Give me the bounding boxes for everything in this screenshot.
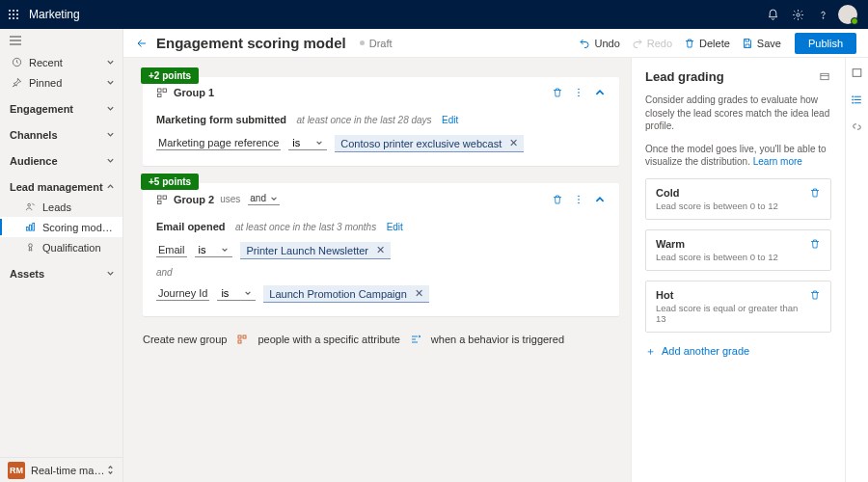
svg-rect-28	[158, 201, 162, 203]
nav-section-channels[interactable]: Channels	[0, 124, 122, 145]
rule-subtitle: at least once in the last 28 days	[297, 115, 432, 125]
nav-scoring-models[interactable]: Scoring models	[0, 217, 122, 237]
group-collapse-button[interactable]	[594, 194, 606, 205]
svg-point-8	[16, 17, 18, 19]
grade-delete-icon[interactable]	[809, 289, 821, 324]
settings-gear-icon[interactable]	[785, 0, 810, 29]
group-uses-label: uses	[220, 194, 240, 204]
help-icon[interactable]	[810, 0, 835, 29]
nav-section-engagement[interactable]: Engagement	[0, 98, 122, 119]
svg-point-0	[9, 10, 11, 12]
rule-title: Email opened	[156, 221, 226, 232]
group-icon	[156, 87, 168, 98]
publish-button[interactable]: Publish	[795, 33, 856, 54]
group-delete-button[interactable]	[552, 194, 563, 205]
area-badge: RM	[8, 462, 25, 479]
chevron-down-icon	[106, 58, 115, 67]
app-name: Marketing	[29, 8, 80, 21]
chip-remove-icon[interactable]: ✕	[509, 137, 518, 149]
left-navigation: Recent Pinned Engagement Channels Audien…	[0, 29, 123, 482]
condition-field[interactable]: Journey Id	[156, 287, 209, 301]
rule-edit-link[interactable]: Edit	[442, 115, 458, 125]
user-avatar[interactable]	[835, 0, 860, 29]
save-button[interactable]: Save	[742, 38, 781, 49]
nav-qualification[interactable]: Qualification	[0, 237, 122, 257]
group-overflow-button[interactable]	[573, 87, 584, 98]
trash-icon	[684, 38, 695, 49]
delete-button[interactable]: Delete	[684, 38, 730, 49]
chip-remove-icon[interactable]: ✕	[376, 244, 385, 256]
condition-operator[interactable]: is	[288, 137, 327, 150]
undo-button[interactable]: Undo	[579, 38, 619, 49]
svg-rect-35	[821, 73, 828, 79]
undo-icon	[579, 38, 590, 49]
group-combine-operator[interactable]: and	[248, 193, 280, 205]
redo-button[interactable]: Redo	[632, 38, 672, 49]
svg-rect-33	[243, 335, 246, 338]
grade-title: Cold	[656, 187, 809, 199]
and-separator: and	[156, 267, 606, 278]
condition-field[interactable]: Marketing page reference	[156, 137, 281, 150]
redo-icon	[632, 38, 643, 49]
rule-edit-link[interactable]: Edit	[387, 222, 403, 232]
condition-field[interactable]: Email	[156, 244, 187, 257]
grade-delete-icon[interactable]	[809, 187, 821, 211]
scoring-group: +2 points Group 1 Marketing form submitt…	[143, 77, 619, 166]
grade-card[interactable]: HotLead score is equal or greater than 1…	[645, 281, 831, 333]
grade-card[interactable]: WarmLead score is between 0 to 12	[645, 229, 831, 271]
chevron-up-icon	[106, 182, 115, 191]
svg-rect-20	[158, 89, 162, 93]
command-bar: Engagement scoring model Draft Undo Redo…	[123, 29, 868, 58]
app-launcher-icon[interactable]	[8, 9, 19, 20]
svg-point-6	[9, 17, 11, 19]
chevron-down-icon	[106, 269, 115, 278]
svg-point-15	[27, 203, 30, 206]
svg-rect-37	[853, 68, 861, 76]
nav-section-assets[interactable]: Assets	[0, 263, 122, 283]
page-title: Engagement scoring model	[156, 35, 346, 51]
group-delete-button[interactable]	[552, 87, 563, 98]
add-grade-button[interactable]: ＋Add another grade	[645, 344, 831, 359]
learn-more-link[interactable]: Learn more	[753, 156, 802, 167]
grade-delete-icon[interactable]	[809, 238, 821, 262]
group-icon	[156, 194, 168, 205]
svg-rect-27	[163, 196, 167, 200]
svg-point-4	[13, 13, 14, 15]
rail-list-icon[interactable]	[849, 91, 866, 108]
back-button[interactable]	[135, 38, 149, 49]
svg-point-41	[853, 95, 854, 96]
plus-icon: ＋	[645, 344, 656, 359]
panel-view-icon[interactable]	[818, 71, 831, 82]
nav-collapse-icon[interactable]	[10, 36, 21, 45]
grade-card[interactable]: ColdLead score is between 0 to 12	[645, 178, 831, 220]
group-title: Group 2	[174, 194, 214, 205]
side-panel-title: Lead grading	[645, 69, 831, 84]
behavior-icon[interactable]	[410, 334, 421, 345]
attribute-icon[interactable]	[236, 334, 248, 345]
condition-operator[interactable]: is	[195, 244, 233, 257]
rule-subtitle: at least once in the last 3 months	[235, 222, 376, 232]
create-behavior-option[interactable]: when a behavior is triggered	[431, 334, 564, 345]
nav-section-lead-management[interactable]: Lead management	[0, 176, 122, 197]
rail-card-icon[interactable]	[849, 64, 866, 81]
condition-value-chip[interactable]: Launch Promotion Campaign✕	[263, 285, 428, 303]
nav-section-audience[interactable]: Audience	[0, 150, 122, 171]
svg-point-42	[853, 98, 854, 99]
svg-point-10	[823, 17, 824, 18]
chip-remove-icon[interactable]: ✕	[415, 287, 423, 300]
nav-recent[interactable]: Recent	[0, 52, 122, 72]
condition-operator[interactable]: is	[217, 287, 256, 301]
area-switcher[interactable]: RM Real-time marketi…	[0, 457, 122, 482]
rail-link-icon[interactable]	[849, 118, 866, 135]
rules-canvas: +2 points Group 1 Marketing form submitt…	[123, 58, 631, 482]
create-attribute-option[interactable]: people with a specific attribute	[258, 334, 399, 345]
condition-value-chip[interactable]: Printer Launch Newsletter✕	[240, 242, 391, 259]
group-overflow-button[interactable]	[573, 194, 584, 205]
nav-pinned[interactable]: Pinned	[0, 72, 122, 93]
notifications-icon[interactable]	[760, 0, 785, 29]
group-collapse-button[interactable]	[594, 87, 606, 98]
condition-value-chip[interactable]: Contoso printer exclusive webcast✕	[335, 135, 524, 152]
svg-point-43	[853, 102, 854, 103]
nav-leads[interactable]: Leads	[0, 197, 122, 217]
qualification-icon	[23, 242, 37, 253]
